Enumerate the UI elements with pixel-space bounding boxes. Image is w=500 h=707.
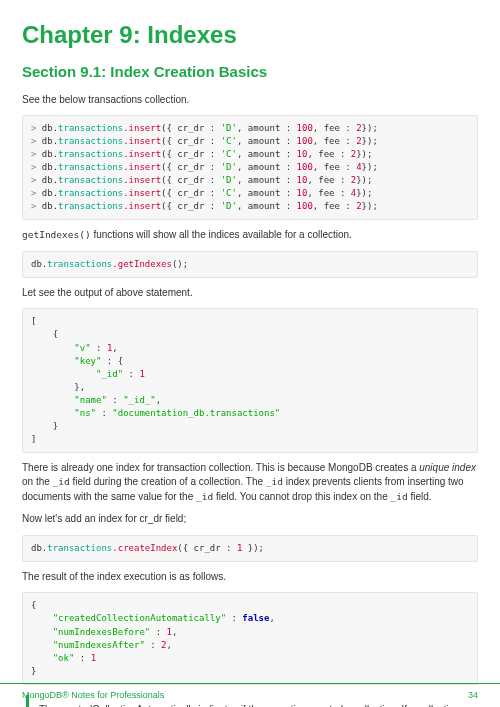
getindexes-inline: getIndexes() [22,229,91,240]
code-getindexes-call: db.transactions.getIndexes(); [22,251,478,278]
result-intro: The result of the index execution is as … [22,570,478,585]
page-footer: MongoDB® Notes for Professionals 34 [0,683,500,707]
section-title: Section 9.1: Index Creation Basics [22,61,478,83]
code-inserts: > db.transactions.insert({ cr_dr : 'D', … [22,115,478,220]
chapter-title: Chapter 9: Indexes [22,18,478,53]
output-intro: Let see the output of above statement. [22,286,478,301]
footer-text: MongoDB® Notes for Professionals [22,689,164,702]
unique-index-paragraph: There is already one index for transacti… [22,461,478,505]
code-createindex-call: db.transactions.createIndex({ cr_dr : 1 … [22,535,478,562]
code-getindexes-output: [ { "v" : 1, "key" : { "_id" : 1 }, "nam… [22,308,478,452]
intro-paragraph: See the below transactions collection. [22,93,478,108]
getindexes-paragraph: getIndexes() functions will show all the… [22,228,478,243]
add-index-paragraph: Now let's add an index for cr_dr field; [22,512,478,527]
code-create-result: { "createdCollectionAutomatically" : fal… [22,592,478,684]
page-number: 34 [468,689,478,702]
